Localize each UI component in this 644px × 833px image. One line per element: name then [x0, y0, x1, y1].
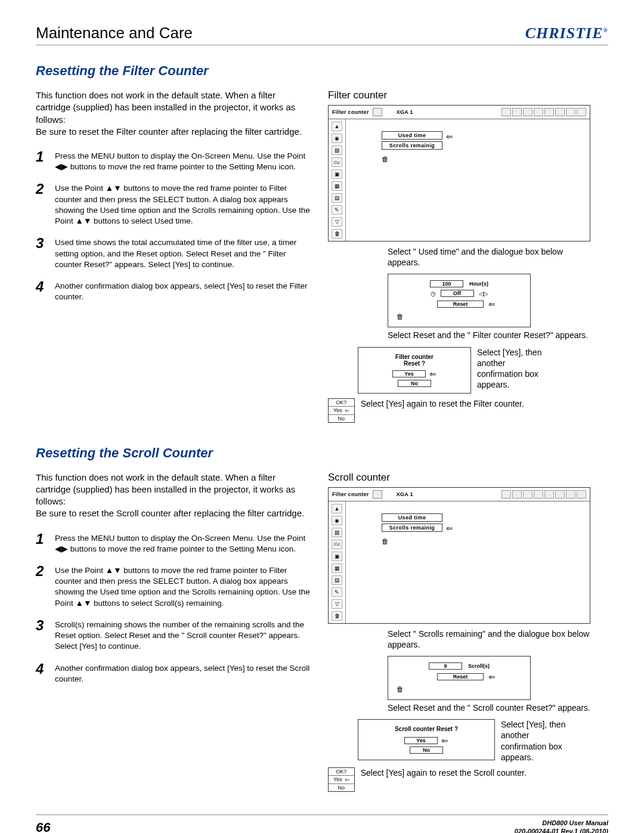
intro-text-1: This function does not work in the defau… — [36, 89, 310, 138]
pointer-icon: ⇐ — [446, 524, 453, 533]
osd-option[interactable]: Scrolls remainig — [382, 141, 442, 150]
osd-panel-filter: Filter counter XGA 1 ▲ ◉ ▨ Cc ▣ — [328, 105, 590, 241]
step-text: Use the Point ▲▼ buttons to move the red… — [55, 563, 310, 609]
step-text: Use the Point ▲▼ buttons to move the red… — [55, 181, 310, 227]
menu-icon: ▨ — [332, 145, 342, 155]
pointer-icon: ⇐ — [441, 736, 448, 745]
footer-meta: DHD800 User Manual 020-000244-01 Rev.1 (… — [515, 819, 608, 833]
ok-label: OK? — [329, 399, 354, 407]
osd-menu-title: Filter counter — [332, 491, 369, 497]
pointer-icon: ⇐ — [488, 672, 496, 682]
reset-button[interactable]: Reset — [437, 673, 484, 680]
step-text: Used time shows the total accumulated ti… — [55, 235, 310, 270]
step-number: 1 — [36, 148, 48, 172]
unit-label: Hour(s) — [469, 281, 488, 287]
caption-text: Select Reset and the " Scroll counter Re… — [388, 702, 590, 713]
dialog-reset-confirm: Scroll counter Reset ? Yes⇐ No — [358, 719, 495, 760]
section-heading-filter: Resetting the Filter Counter — [36, 63, 608, 79]
trash-icon: 🗑 — [332, 611, 342, 621]
step-number: 2 — [36, 563, 48, 609]
ok-label: OK? — [329, 768, 354, 776]
yes-button[interactable]: Yes — [404, 737, 438, 744]
yes-button[interactable]: Yes — [333, 776, 342, 782]
menu-icon: ◉ — [332, 134, 342, 143]
down-arrow-icon: ▽ — [332, 599, 342, 609]
pointer-icon: ⇐ — [345, 407, 349, 414]
osd-mode-label: XGA 1 — [397, 109, 413, 115]
no-button[interactable]: No — [410, 747, 443, 754]
no-button[interactable]: No — [329, 784, 354, 791]
dialog-ok: OK? Yes⇐ No — [328, 767, 355, 792]
osd-option[interactable]: Used time — [382, 513, 442, 522]
unit-label: Scroll(s) — [468, 663, 490, 669]
reset-button[interactable]: Reset — [437, 301, 484, 308]
yes-button[interactable]: Yes — [392, 370, 426, 377]
osd-menu-title: Filter counter — [332, 109, 369, 115]
osd-toolbar-icons — [501, 108, 586, 116]
value-box: 100 — [430, 280, 463, 287]
step-number: 3 — [36, 617, 48, 652]
osd-mode-label: XGA 1 — [397, 491, 413, 497]
caption-text: Select " Scrolls remaining" and the dial… — [388, 628, 590, 650]
osd-sidebar: ▲ ◉ ▨ Cc ▣ ▦ ▤ ✎ ▽ 🗑 — [329, 119, 346, 241]
yes-button[interactable]: Yes — [333, 407, 342, 413]
step-text: Another confirmation dialog box appears,… — [55, 661, 310, 685]
no-button[interactable]: No — [398, 380, 431, 387]
step-number: 4 — [36, 278, 48, 302]
intro-text-2: This function does not work in the defau… — [36, 472, 310, 520]
caption-text: Select [Yes] again to reset the Scroll c… — [361, 767, 527, 778]
dialog-title: Filter counter — [367, 354, 462, 360]
up-arrow-icon: ▲ — [332, 122, 342, 131]
dialog-ok: OK? Yes⇐ No — [328, 398, 355, 423]
step-text: Another confirmation dialog box appears,… — [55, 278, 310, 302]
dialog-subtitle: Reset ? — [367, 360, 462, 367]
section-heading-scroll: Resetting the Scroll Counter — [36, 445, 608, 461]
osd-option[interactable]: Used time — [382, 131, 442, 140]
menu-icon: ▣ — [332, 552, 342, 561]
menu-icon: ▦ — [332, 181, 342, 191]
pointer-icon: ⇐ — [345, 776, 349, 783]
caption-text: Select Reset and the " Filter counter Re… — [388, 330, 590, 340]
step-number: 2 — [36, 181, 48, 227]
dialog-reset-confirm: Filter counter Reset ? Yes⇐ No — [358, 347, 471, 394]
step-number: 3 — [36, 235, 48, 270]
dialog-used-time: 100 Hour(s) ◷ Off ◁▷ Reset ⇐ 🗑 — [388, 274, 531, 327]
menu-icon: ✎ — [332, 587, 342, 597]
up-arrow-icon: ▲ — [332, 504, 342, 513]
menu-icon — [373, 108, 382, 116]
dialog-scrolls-remaining: 9 Scroll(s) Reset ⇐ 🗑 — [388, 656, 531, 700]
panel-title-scroll: Scroll counter — [328, 472, 590, 484]
no-button[interactable]: No — [329, 415, 354, 422]
step-text: Press the MENU button to display the On-… — [55, 148, 310, 172]
step-number: 1 — [36, 531, 48, 555]
menu-icon: Cc — [332, 540, 342, 549]
panel-title-filter: Filter counter — [328, 89, 590, 101]
menu-icon — [373, 490, 382, 498]
page-number: 66 — [36, 820, 50, 833]
osd-option[interactable]: Scrolls remainig — [382, 524, 442, 532]
menu-icon: ✎ — [332, 205, 342, 215]
pointer-icon: ⇐ — [488, 299, 496, 309]
menu-icon: Cc — [332, 157, 342, 167]
caption-text: Select [Yes] again to reset the Filter c… — [361, 398, 524, 409]
menu-icon: ▤ — [332, 575, 342, 585]
brand-logo: CHRISTIE® — [525, 24, 608, 42]
trash-icon: 🗑 — [382, 537, 389, 546]
timer-value: Off — [441, 290, 474, 297]
osd-panel-scroll: Filter counter XGA 1 ▲ ◉ ▨ Cc ▣ — [328, 487, 590, 624]
menu-icon: ▤ — [332, 193, 342, 203]
osd-toolbar-icons — [501, 490, 586, 498]
menu-icon: ▦ — [332, 563, 342, 573]
trash-icon: 🗑 — [382, 155, 389, 163]
value-box: 9 — [429, 662, 462, 670]
menu-icon: ▨ — [332, 528, 342, 537]
caption-text: Select " Used time" and the dialogue box… — [388, 246, 590, 268]
trash-icon: 🗑 — [397, 312, 404, 321]
caption-text: Select [Yes], then another confirmation … — [477, 347, 549, 391]
caption-text: Select [Yes], then another confirmation … — [501, 719, 572, 763]
step-text: Press the MENU button to display the On-… — [55, 531, 310, 555]
left-right-icon: ◁▷ — [479, 290, 488, 297]
clock-icon: ◷ — [431, 290, 436, 297]
step-text: Scroll(s) remaining shows the number of … — [55, 617, 310, 652]
trash-icon: 🗑 — [397, 685, 404, 693]
